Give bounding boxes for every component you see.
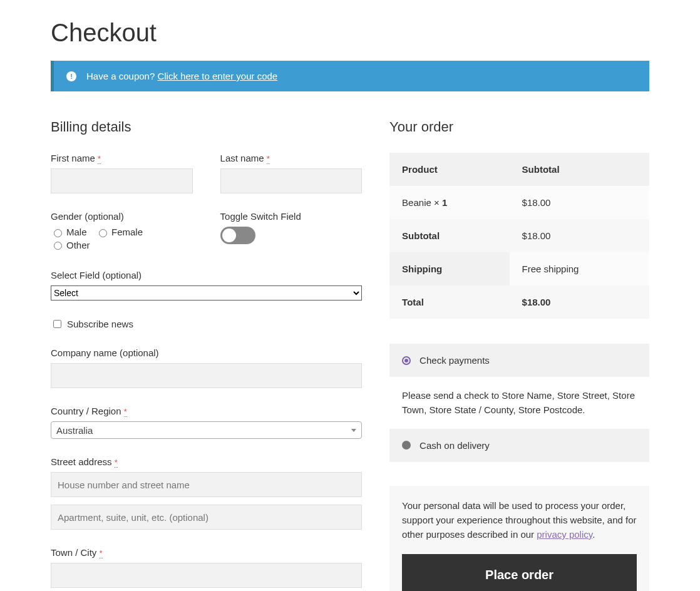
gender-radio-other[interactable] [54,242,62,250]
order-col-subtotal: Subtotal [510,153,649,186]
select-field[interactable]: Select [51,285,362,301]
radio-selected-icon [402,356,411,365]
subscribe-checkbox[interactable] [53,320,61,328]
order-total-row: Total $18.00 [389,285,649,319]
privacy-policy-link[interactable]: privacy policy [537,529,592,540]
street-label: Street address * [51,456,362,467]
coupon-notice: ! Have a coupon? Click here to enter you… [51,61,649,91]
gender-radio-male[interactable] [54,229,62,237]
order-shipping-row: Shipping Free shipping [389,252,649,285]
street-input-1[interactable] [51,472,362,497]
coupon-link[interactable]: Click here to enter your code [157,71,277,81]
payment-method-check-desc: Please send a check to Store Name, Store… [389,377,649,429]
payment-method-cod[interactable]: Cash on delivery [389,429,649,462]
country-label: Country / Region * [51,406,362,416]
gender-radio-female[interactable] [99,229,107,237]
page-title: Checkout [51,19,649,47]
first-name-input[interactable] [51,168,193,193]
gender-option-other[interactable]: Other [51,240,90,250]
gender-label: Gender (optional) [51,211,193,222]
order-subtotal-row: Subtotal $18.00 [389,219,649,252]
street-input-2[interactable] [51,505,362,530]
payment-method-check-label: Check payments [419,355,490,366]
select-field-label: Select Field (optional) [51,270,362,280]
chevron-down-icon [351,429,356,432]
first-name-label: First name * [51,153,193,163]
radio-unselected-icon [402,441,411,450]
company-label: Company name (optional) [51,347,362,358]
billing-heading: Billing details [51,119,362,135]
country-select[interactable]: Australia [51,421,362,439]
subscribe-label: Subscribe news [67,319,133,329]
toggle-label: Toggle Switch Field [220,211,363,222]
coupon-notice-text: Have a coupon? [86,71,157,81]
payment-method-cod-label: Cash on delivery [419,440,490,451]
city-input[interactable] [51,563,362,588]
toggle-switch[interactable] [220,227,255,244]
privacy-note: Your personal data will be used to proce… [389,486,649,592]
last-name-label: Last name * [220,153,363,163]
company-input[interactable] [51,363,362,388]
gender-option-female[interactable]: Female [96,227,143,237]
order-item-row: Beanie × 1 $18.00 [389,186,649,219]
last-name-input[interactable] [220,168,363,193]
country-value: Australia [56,425,93,436]
order-table: Product Subtotal Beanie × 1 $18.00 Subto… [389,153,649,319]
place-order-button[interactable]: Place order [402,554,637,591]
order-col-product: Product [389,153,509,186]
order-heading: Your order [389,119,649,135]
info-icon: ! [66,71,76,81]
gender-option-male[interactable]: Male [51,227,87,237]
city-label: Town / City * [51,547,362,558]
payment-method-check[interactable]: Check payments [389,344,649,377]
